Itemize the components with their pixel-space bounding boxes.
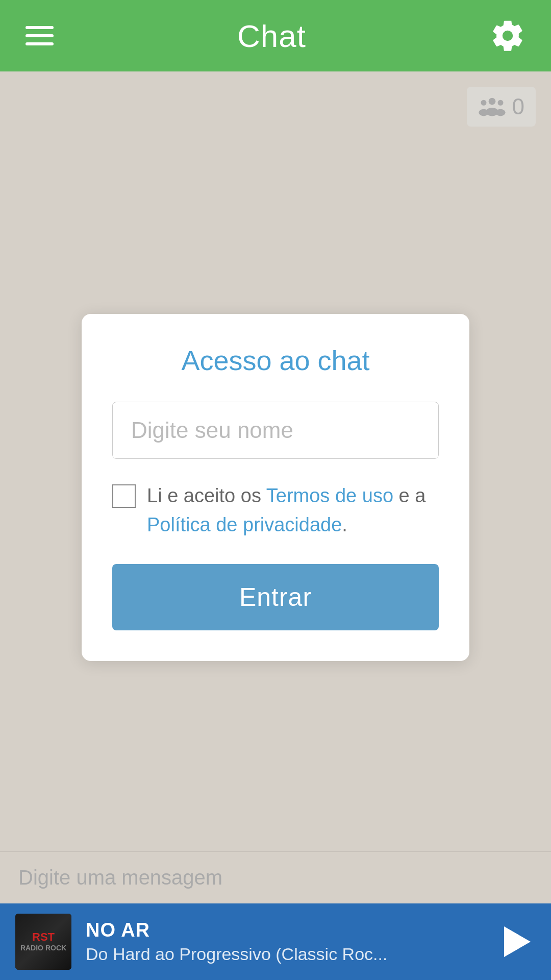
menu-button[interactable] [26, 26, 54, 45]
terms-row: Li e aceito os Termos de uso e a Polític… [112, 481, 439, 540]
terms-checkbox[interactable] [112, 484, 136, 508]
page-title: Chat [237, 18, 306, 54]
app-header: Chat [0, 0, 551, 71]
now-playing-track: Do Hard ao Progressivo (Classic Roc... [86, 944, 481, 964]
enter-button[interactable]: Entrar [112, 564, 439, 630]
terms-text: Li e aceito os Termos de uso e a Polític… [147, 481, 439, 540]
play-icon [504, 926, 531, 957]
name-input[interactable] [112, 402, 439, 459]
privacy-policy-link[interactable]: Política de privacidade [147, 514, 342, 535]
radio-logo: RST RADIO ROCK [15, 914, 71, 970]
play-button[interactable] [495, 921, 536, 962]
now-playing-info: NO AR Do Hard ao Progressivo (Classic Ro… [86, 919, 481, 964]
modal-overlay: Acesso ao chat Li e aceito os Termos de … [0, 71, 551, 903]
settings-button[interactable] [490, 18, 525, 54]
modal-title: Acesso ao chat [112, 345, 439, 376]
now-playing-label: NO AR [86, 919, 481, 941]
gear-icon [490, 18, 525, 54]
now-playing-bar: RST RADIO ROCK NO AR Do Hard ao Progress… [0, 903, 551, 980]
terms-of-use-link[interactable]: Termos de uso [266, 485, 393, 506]
chat-access-modal: Acesso ao chat Li e aceito os Termos de … [82, 314, 469, 661]
content-area: 0 Acesso ao chat Li e aceito os Termos d… [0, 71, 551, 903]
